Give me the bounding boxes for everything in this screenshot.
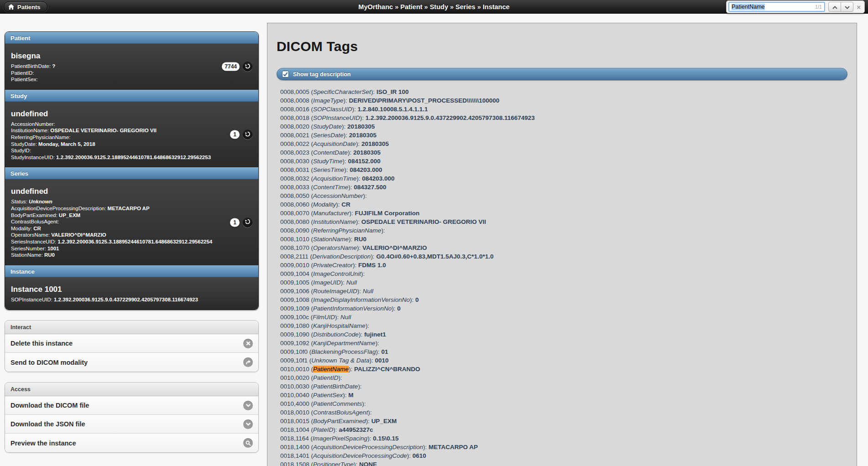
dicom-tag-row: 0008,0031 (SeriesTime): 084203.000 <box>280 166 857 174</box>
dicom-tag-row: 0008,1070 (OperatorsName): VALERIO^DI^MA… <box>280 243 857 252</box>
tag-separator: ): <box>342 123 347 130</box>
breadcrumb-separator: » <box>423 3 430 10</box>
find-previous-button[interactable] <box>828 2 841 12</box>
tag-value: RU0 <box>354 236 366 243</box>
tag-id: 0018,1401 ( <box>280 452 313 459</box>
tag-description: SeriesTime <box>313 166 344 173</box>
tag-value: NONE <box>359 461 377 466</box>
interact-item[interactable]: Send to DICOM modality <box>5 353 258 372</box>
dicom-tag-row: 0008,2111 (DerivationDescription): G0.4O… <box>280 252 857 261</box>
tag-separator: ): <box>423 444 429 450</box>
patient-attribute-label: PatientSex: <box>11 77 38 82</box>
dicom-tag-row: 0009,1080 (KanjiHospitalName): <box>280 321 857 330</box>
instance-title: Instance 1001 <box>11 285 226 294</box>
tag-separator: ): <box>410 296 415 303</box>
tag-separator: ): <box>336 201 341 208</box>
dicom-tag-row: 0008,0021 (SeriesDate): 20180305 <box>280 131 857 140</box>
patient-attribute-label: PatientID: <box>11 70 34 76</box>
breadcrumb-item-instance[interactable]: Instance <box>483 3 510 10</box>
tag-id: 0009,1080 ( <box>280 322 313 329</box>
refresh-icon <box>245 62 251 71</box>
refresh-icon <box>245 130 251 139</box>
refresh-button-series[interactable] <box>243 217 252 227</box>
tag-description: InstitutionName <box>313 218 356 225</box>
study-title: undefined <box>11 109 226 119</box>
patients-home-button[interactable]: Patients <box>4 1 47 12</box>
tag-separator: ): <box>356 218 361 225</box>
tag-description: AcquisitionDate <box>313 140 356 147</box>
tag-value: Null <box>340 314 351 321</box>
refresh-icon <box>245 218 251 227</box>
tag-separator: ): <box>353 262 358 269</box>
tag-description: PatientComments <box>313 400 362 407</box>
study-attribute-label: InstitutionName: <box>11 128 49 133</box>
tag-separator: ): <box>392 305 397 312</box>
tag-id: 0008,0033 ( <box>280 184 313 191</box>
interact-item[interactable]: Delete this instance <box>5 334 258 353</box>
tag-value: fujinet1 <box>364 331 386 338</box>
tag-separator: ): <box>371 88 376 95</box>
breadcrumb-item-series[interactable]: Series <box>455 3 476 10</box>
dicom-tag-row: 0009,1092 (KanjiDepartmentName): <box>280 339 857 347</box>
checkbox-checked-icon[interactable] <box>282 71 289 78</box>
access-item[interactable]: Download the JSON file <box>5 415 258 434</box>
tag-value: 0.15\0.15 <box>373 435 398 442</box>
tag-id: 0009,1008 ( <box>280 296 313 303</box>
tag-separator: ): <box>333 426 339 433</box>
access-item[interactable]: Preview the instance <box>5 434 258 452</box>
find-next-button[interactable] <box>841 2 853 12</box>
refresh-button-patient[interactable] <box>243 62 252 72</box>
breadcrumb-item-study[interactable]: Study <box>430 3 448 10</box>
tag-separator: ): <box>348 149 353 156</box>
tag-id: 0008,0018 ( <box>280 114 313 121</box>
find-input[interactable]: PatientName 1/1 <box>728 2 825 12</box>
tag-description: ImageType <box>313 97 344 104</box>
tag-description: AcquisitionTime <box>313 175 356 182</box>
panel-header-instance[interactable]: Instance <box>5 265 258 277</box>
tag-separator: ): <box>350 210 355 217</box>
dicom-tag-row: 0008,0032 (AcquisitionTime): 084203.000 <box>280 174 857 183</box>
dicom-tag-row: 0008,0070 (Manufacturer): FUJIFILM Corpo… <box>280 209 857 217</box>
series-attribute-line: Status: Unknown <box>11 198 226 205</box>
dicom-tag-row: 0008,0018 (SOPInstanceUID): 1.2.392.2000… <box>280 114 857 122</box>
tag-id: 0010,0040 ( <box>280 392 313 399</box>
sidebar: PatientbisegnaPatientBirthDate: ?Patient… <box>5 31 259 453</box>
page-title: DICOM Tags <box>277 39 857 54</box>
panel-header-patient[interactable]: Patient <box>5 32 258 44</box>
tag-id: 0018,1400 ( <box>280 444 313 450</box>
dicom-tag-row: 0018,0015 (BodyPartExamined): UP_EXM <box>280 417 857 425</box>
breadcrumb-item-patient[interactable]: Patient <box>400 3 422 10</box>
series-attribute-line: StationName: RU0 <box>11 252 226 259</box>
series-attribute-value: VALERIO^DI^MARZIO <box>51 232 106 238</box>
tag-value: 20180305 <box>347 123 375 130</box>
tag-id: 0008,2111 ( <box>280 253 312 260</box>
find-close-button[interactable]: × <box>857 4 861 10</box>
show-tag-description-toggle[interactable]: Show tag description <box>277 68 847 80</box>
breadcrumb-item-myorthanc[interactable]: MyOrthanc <box>358 3 393 10</box>
dicom-tag-row: 0018,1004 (PlateID): a44952327c <box>280 425 857 434</box>
home-icon <box>8 4 14 10</box>
show-tag-description-label: Show tag description <box>293 71 350 78</box>
dicom-tag-row: 0009,10f1 (Unknown Tag & Data): 0010 <box>280 356 857 365</box>
tag-separator: ): <box>366 322 369 329</box>
access-item[interactable]: Download the DICOM file <box>5 396 258 415</box>
dicom-tag-row: 0008,0090 (ReferringPhysicianName): <box>280 226 857 235</box>
tag-separator: ): <box>363 192 367 199</box>
tag-separator: ): <box>357 244 362 251</box>
tag-value: PALIZZI^CN^BRANDO <box>354 366 420 373</box>
tag-separator: ): <box>371 253 376 260</box>
panel-header-series[interactable]: Series <box>5 167 258 179</box>
interact-menu-items: Delete this instanceSend to DICOM modali… <box>5 334 258 372</box>
refresh-button-study[interactable] <box>243 130 252 140</box>
series-attribute-label: AcquisitionDeviceProcessingDescription: <box>11 206 106 211</box>
tag-description: PositionerType <box>313 461 354 466</box>
dicom-tag-row: 0008,0022 (AcquisitionDate): 20180305 <box>280 140 857 148</box>
tag-value: FDMS 1.0 <box>358 262 386 269</box>
tag-separator: ): <box>369 357 375 364</box>
panel-header-study[interactable]: Study <box>5 90 258 102</box>
tag-id: 0018,0010 ( <box>280 409 313 416</box>
tag-separator: ): <box>407 452 413 459</box>
dicom-tag-row: 0008,0080 (InstitutionName): OSPEDALE VE… <box>280 217 857 226</box>
dicom-tag-row: 0009,0010 (PrivateCreator): FDMS 1.0 <box>280 261 857 269</box>
tag-value: 0 <box>397 305 401 312</box>
